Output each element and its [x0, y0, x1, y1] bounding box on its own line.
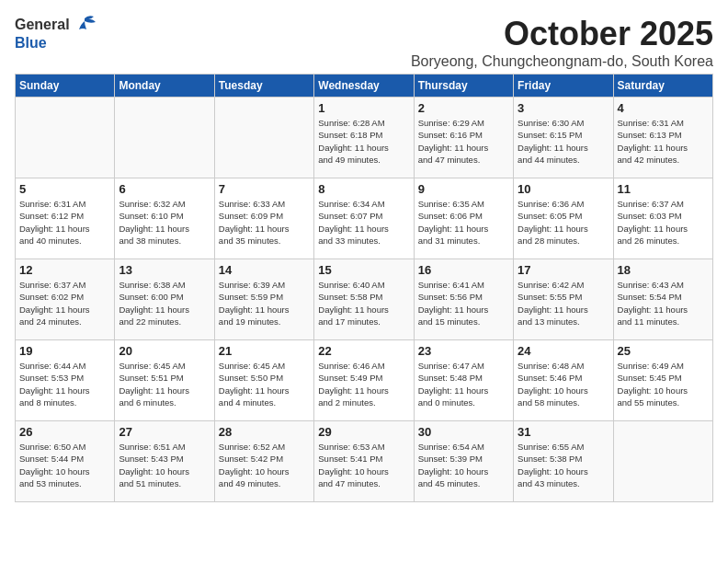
calendar-cell: 28Sunrise: 6:52 AM Sunset: 5:42 PM Dayli…	[214, 421, 313, 502]
calendar-cell: 23Sunrise: 6:47 AM Sunset: 5:48 PM Dayli…	[414, 340, 513, 421]
calendar-cell: 1Sunrise: 6:28 AM Sunset: 6:18 PM Daylig…	[314, 98, 414, 178]
day-info: Sunrise: 6:50 AM Sunset: 5:44 PM Dayligh…	[19, 441, 110, 489]
day-info: Sunrise: 6:38 AM Sunset: 6:00 PM Dayligh…	[119, 279, 210, 327]
calendar-cell: 16Sunrise: 6:41 AM Sunset: 5:56 PM Dayli…	[414, 259, 513, 340]
day-info: Sunrise: 6:47 AM Sunset: 5:48 PM Dayligh…	[418, 360, 509, 408]
calendar-week-3: 12Sunrise: 6:37 AM Sunset: 6:02 PM Dayli…	[16, 259, 713, 340]
main-title: October 2025	[411, 15, 713, 53]
day-info: Sunrise: 6:48 AM Sunset: 5:46 PM Dayligh…	[518, 360, 609, 408]
day-info: Sunrise: 6:37 AM Sunset: 6:03 PM Dayligh…	[618, 198, 709, 247]
col-header-thursday: Thursday	[414, 75, 513, 98]
calendar-cell: 18Sunrise: 6:43 AM Sunset: 5:54 PM Dayli…	[613, 259, 712, 340]
day-number: 30	[418, 425, 509, 439]
calendar-week-5: 26Sunrise: 6:50 AM Sunset: 5:44 PM Dayli…	[16, 421, 713, 502]
day-info: Sunrise: 6:51 AM Sunset: 5:43 PM Dayligh…	[119, 441, 210, 489]
calendar-cell	[214, 98, 313, 178]
calendar-cell: 27Sunrise: 6:51 AM Sunset: 5:43 PM Dayli…	[115, 421, 214, 502]
calendar-cell: 8Sunrise: 6:34 AM Sunset: 6:07 PM Daylig…	[314, 178, 414, 259]
day-number: 1	[318, 101, 409, 115]
day-info: Sunrise: 6:33 AM Sunset: 6:09 PM Dayligh…	[219, 198, 310, 247]
day-info: Sunrise: 6:40 AM Sunset: 5:58 PM Dayligh…	[318, 279, 409, 327]
calendar-cell: 30Sunrise: 6:54 AM Sunset: 5:39 PM Dayli…	[414, 421, 513, 502]
logo-general-text: General	[15, 17, 70, 33]
day-info: Sunrise: 6:39 AM Sunset: 5:59 PM Dayligh…	[219, 279, 310, 327]
calendar-cell: 26Sunrise: 6:50 AM Sunset: 5:44 PM Dayli…	[16, 421, 115, 502]
col-header-saturday: Saturday	[613, 75, 712, 98]
day-number: 15	[318, 263, 409, 277]
col-header-wednesday: Wednesday	[314, 75, 414, 98]
calendar-cell: 9Sunrise: 6:35 AM Sunset: 6:06 PM Daylig…	[414, 178, 513, 259]
calendar-cell: 19Sunrise: 6:44 AM Sunset: 5:53 PM Dayli…	[16, 340, 115, 421]
day-number: 25	[618, 344, 709, 358]
day-number: 7	[219, 182, 310, 196]
day-number: 28	[219, 425, 310, 439]
calendar-cell: 21Sunrise: 6:45 AM Sunset: 5:50 PM Dayli…	[214, 340, 313, 421]
logo-bird-icon	[72, 15, 97, 35]
day-number: 22	[318, 344, 409, 358]
calendar-cell: 2Sunrise: 6:29 AM Sunset: 6:16 PM Daylig…	[414, 98, 513, 178]
day-number: 24	[518, 344, 609, 358]
day-info: Sunrise: 6:37 AM Sunset: 6:02 PM Dayligh…	[19, 279, 110, 327]
day-info: Sunrise: 6:52 AM Sunset: 5:42 PM Dayligh…	[219, 441, 310, 489]
calendar-header-row: SundayMondayTuesdayWednesdayThursdayFrid…	[16, 75, 713, 98]
day-number: 2	[418, 101, 509, 115]
day-info: Sunrise: 6:43 AM Sunset: 5:54 PM Dayligh…	[618, 279, 709, 327]
day-number: 31	[518, 425, 609, 439]
day-info: Sunrise: 6:31 AM Sunset: 6:12 PM Dayligh…	[19, 198, 110, 247]
calendar-cell	[115, 98, 214, 178]
calendar-cell: 22Sunrise: 6:46 AM Sunset: 5:49 PM Dayli…	[314, 340, 414, 421]
day-number: 20	[119, 344, 210, 358]
day-info: Sunrise: 6:30 AM Sunset: 6:15 PM Dayligh…	[518, 117, 609, 166]
calendar-cell: 7Sunrise: 6:33 AM Sunset: 6:09 PM Daylig…	[214, 178, 313, 259]
col-header-friday: Friday	[514, 75, 613, 98]
logo: General Blue	[15, 15, 97, 52]
calendar-cell: 13Sunrise: 6:38 AM Sunset: 6:00 PM Dayli…	[115, 259, 214, 340]
day-info: Sunrise: 6:32 AM Sunset: 6:10 PM Dayligh…	[119, 198, 210, 247]
day-info: Sunrise: 6:53 AM Sunset: 5:41 PM Dayligh…	[318, 441, 409, 489]
day-info: Sunrise: 6:34 AM Sunset: 6:07 PM Dayligh…	[318, 198, 409, 247]
day-info: Sunrise: 6:42 AM Sunset: 5:55 PM Dayligh…	[518, 279, 609, 327]
calendar-cell: 24Sunrise: 6:48 AM Sunset: 5:46 PM Dayli…	[514, 340, 613, 421]
calendar-cell: 25Sunrise: 6:49 AM Sunset: 5:45 PM Dayli…	[613, 340, 712, 421]
calendar-cell	[613, 421, 712, 502]
day-info: Sunrise: 6:31 AM Sunset: 6:13 PM Dayligh…	[618, 117, 709, 166]
calendar-cell	[16, 98, 115, 178]
day-info: Sunrise: 6:29 AM Sunset: 6:16 PM Dayligh…	[418, 117, 509, 166]
day-number: 5	[19, 182, 110, 196]
subtitle: Boryeong, Chungcheongnam-do, South Korea	[411, 53, 713, 70]
day-number: 9	[418, 182, 509, 196]
col-header-sunday: Sunday	[16, 75, 115, 98]
day-info: Sunrise: 6:55 AM Sunset: 5:38 PM Dayligh…	[518, 441, 609, 489]
calendar-cell: 20Sunrise: 6:45 AM Sunset: 5:51 PM Dayli…	[115, 340, 214, 421]
day-number: 3	[518, 101, 609, 115]
logo-blue-text: Blue	[15, 35, 47, 51]
calendar-cell: 29Sunrise: 6:53 AM Sunset: 5:41 PM Dayli…	[314, 421, 414, 502]
day-number: 29	[318, 425, 409, 439]
day-number: 23	[418, 344, 509, 358]
calendar-cell: 17Sunrise: 6:42 AM Sunset: 5:55 PM Dayli…	[514, 259, 613, 340]
day-number: 21	[219, 344, 310, 358]
calendar-cell: 12Sunrise: 6:37 AM Sunset: 6:02 PM Dayli…	[16, 259, 115, 340]
day-info: Sunrise: 6:44 AM Sunset: 5:53 PM Dayligh…	[19, 360, 110, 408]
day-info: Sunrise: 6:41 AM Sunset: 5:56 PM Dayligh…	[418, 279, 509, 327]
day-number: 6	[119, 182, 210, 196]
day-number: 19	[19, 344, 110, 358]
calendar-cell: 11Sunrise: 6:37 AM Sunset: 6:03 PM Dayli…	[613, 178, 712, 259]
calendar-table: SundayMondayTuesdayWednesdayThursdayFrid…	[15, 74, 713, 502]
calendar-cell: 15Sunrise: 6:40 AM Sunset: 5:58 PM Dayli…	[314, 259, 414, 340]
calendar-cell: 6Sunrise: 6:32 AM Sunset: 6:10 PM Daylig…	[115, 178, 214, 259]
day-number: 4	[618, 101, 709, 115]
page-header: General Blue October 2025 Boryeong, Chun…	[15, 15, 713, 70]
day-number: 14	[219, 263, 310, 277]
calendar-cell: 5Sunrise: 6:31 AM Sunset: 6:12 PM Daylig…	[16, 178, 115, 259]
calendar-cell: 31Sunrise: 6:55 AM Sunset: 5:38 PM Dayli…	[514, 421, 613, 502]
day-number: 26	[19, 425, 110, 439]
calendar-cell: 10Sunrise: 6:36 AM Sunset: 6:05 PM Dayli…	[514, 178, 613, 259]
day-info: Sunrise: 6:54 AM Sunset: 5:39 PM Dayligh…	[418, 441, 509, 489]
day-number: 12	[19, 263, 110, 277]
day-info: Sunrise: 6:45 AM Sunset: 5:51 PM Dayligh…	[119, 360, 210, 408]
day-info: Sunrise: 6:46 AM Sunset: 5:49 PM Dayligh…	[318, 360, 409, 408]
col-header-monday: Monday	[115, 75, 214, 98]
day-number: 18	[618, 263, 709, 277]
day-info: Sunrise: 6:49 AM Sunset: 5:45 PM Dayligh…	[618, 360, 709, 408]
